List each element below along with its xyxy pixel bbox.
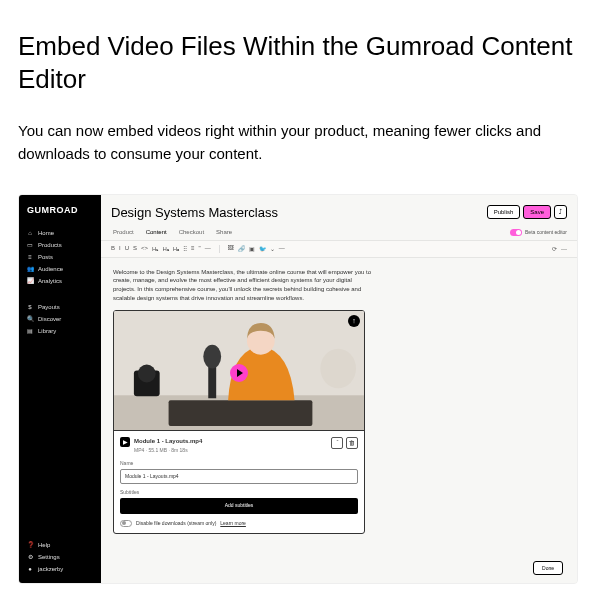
underline-button[interactable]: U xyxy=(125,245,129,252)
svg-point-8 xyxy=(320,349,356,389)
video-name-input[interactable]: Module 1 - Layouts.mp4 xyxy=(120,469,358,484)
sidebar-item-payouts[interactable]: $Payouts xyxy=(19,301,101,313)
sidebar-item-user[interactable]: ●jackzerby xyxy=(19,563,101,575)
strike-button[interactable]: S xyxy=(133,245,137,252)
italic-button[interactable]: I xyxy=(119,245,121,252)
main-header: Design Systems Masterclass Publish Save … xyxy=(101,195,577,226)
sidebar-item-products[interactable]: ▭Products xyxy=(19,239,101,251)
nav-primary: ⌂Home ▭Products ≡Posts 👥Audience 📈Analyt… xyxy=(19,225,101,289)
sidebar-item-label: Settings xyxy=(38,554,60,560)
video-filename: Module 1 - Layouts.mp4 xyxy=(134,437,202,446)
publish-button[interactable]: Publish xyxy=(487,205,521,219)
code-button[interactable]: <> xyxy=(141,245,148,252)
h2-button[interactable]: H₂ xyxy=(162,245,168,252)
twitter-button[interactable]: 🐦 xyxy=(259,245,266,252)
sidebar-item-settings[interactable]: ⚙Settings xyxy=(19,551,101,563)
embed-button[interactable]: ▣ xyxy=(249,245,255,252)
article-body: You can now embed videos right within yo… xyxy=(18,119,582,166)
beta-toggle[interactable] xyxy=(510,229,522,236)
quote-button[interactable]: " xyxy=(199,245,201,252)
subtitles-label: Subtitles xyxy=(120,489,358,496)
h3-button[interactable]: H₃ xyxy=(173,245,179,252)
learn-more-link[interactable]: Learn more xyxy=(220,520,246,527)
hr-button[interactable]: — xyxy=(205,245,211,252)
h1-button[interactable]: H₁ xyxy=(152,245,158,252)
sidebar-item-analytics[interactable]: 📈Analytics xyxy=(19,275,101,287)
sidebar-item-label: Analytics xyxy=(38,278,62,284)
ordered-list-button[interactable]: ≡ xyxy=(191,245,195,252)
disable-download-toggle[interactable] xyxy=(120,520,132,527)
header-actions: Publish Save ⤴ xyxy=(487,205,567,219)
export-button[interactable]: ⤴ xyxy=(554,205,567,219)
sidebar-item-label: Posts xyxy=(38,254,53,260)
home-icon: ⌂ xyxy=(27,230,33,236)
page-title: Design Systems Masterclass xyxy=(111,205,278,220)
sidebar-item-audience[interactable]: 👥Audience xyxy=(19,263,101,275)
sidebar-item-label: Discover xyxy=(38,316,61,322)
library-icon: ▤ xyxy=(27,328,33,334)
posts-icon: ≡ xyxy=(27,254,33,260)
video-embed-card: ↑ ▶ Module 1 - Layouts.mp4 MP4 · 55.1 MB… xyxy=(113,310,365,534)
svg-point-6 xyxy=(203,345,221,369)
audience-icon: 👥 xyxy=(27,266,33,272)
logo: GUMROAD xyxy=(19,203,101,225)
image-button[interactable]: 🖼 xyxy=(228,245,234,252)
avatar-icon: ● xyxy=(27,566,33,572)
video-meta: ▶ Module 1 - Layouts.mp4 MP4 · 55.1 MB ·… xyxy=(114,431,364,533)
sidebar-item-label: jackzerby xyxy=(38,566,63,572)
list-button[interactable]: ⠿ xyxy=(183,245,187,252)
sidebar: GUMROAD ⌂Home ▭Products ≡Posts 👥Audience… xyxy=(19,195,101,583)
editor-toolbar: B I U S <> H₁ H₂ H₃ ⠿ ≡ " — 🖼 🔗 ▣ 🐦 ⌄ — xyxy=(101,240,577,258)
collapse-button[interactable]: ˄ xyxy=(331,437,343,449)
sidebar-item-library[interactable]: ▤Library xyxy=(19,325,101,337)
undo-button[interactable]: ⟳ xyxy=(552,245,557,252)
discover-icon: 🔍 xyxy=(27,316,33,322)
add-subtitles-button[interactable]: Add subtitles xyxy=(120,498,358,513)
app-screenshot: GUMROAD ⌂Home ▭Products ≡Posts 👥Audience… xyxy=(18,194,578,584)
intro-text: Welcome to the Design Systems Masterclas… xyxy=(113,268,373,303)
analytics-icon: 📈 xyxy=(27,278,33,284)
play-button[interactable] xyxy=(230,364,248,382)
sidebar-item-label: Library xyxy=(38,328,56,334)
svg-rect-2 xyxy=(169,401,313,427)
sidebar-item-discover[interactable]: 🔍Discover xyxy=(19,313,101,325)
sidebar-item-posts[interactable]: ≡Posts xyxy=(19,251,101,263)
main: Design Systems Masterclass Publish Save … xyxy=(101,195,577,583)
divider-button[interactable]: — xyxy=(279,245,285,252)
nav-secondary: $Payouts 🔍Discover ▤Library xyxy=(19,299,101,339)
video-thumbnail[interactable]: ↑ xyxy=(114,311,364,431)
products-icon: ▭ xyxy=(27,242,33,248)
video-file-icon: ▶ xyxy=(120,437,130,447)
sidebar-item-home[interactable]: ⌂Home xyxy=(19,227,101,239)
bold-button[interactable]: B xyxy=(111,245,115,252)
sidebar-item-label: Home xyxy=(38,230,54,236)
video-file-meta: MP4 · 55.1 MB · 8m 18s xyxy=(134,447,188,453)
sidebar-item-label: Products xyxy=(38,242,62,248)
delete-button[interactable]: 🗑 xyxy=(346,437,358,449)
content-area[interactable]: Welcome to the Design Systems Masterclas… xyxy=(101,258,577,544)
name-label: Name xyxy=(120,460,358,467)
done-button[interactable]: Done xyxy=(533,561,563,575)
sidebar-item-help[interactable]: ❓Help xyxy=(19,539,101,551)
save-button[interactable]: Save xyxy=(523,205,551,219)
sidebar-item-label: Payouts xyxy=(38,304,60,310)
beta-label: Beta content editor xyxy=(525,229,567,235)
beta-toggle-row: Beta content editor xyxy=(101,229,577,240)
article-title: Embed Video Files Within the Gumroad Con… xyxy=(18,30,582,95)
sidebar-item-label: Help xyxy=(38,542,50,548)
settings-icon: ⚙ xyxy=(27,554,33,560)
svg-point-4 xyxy=(138,365,156,383)
dropdown-button[interactable]: ⌄ xyxy=(270,245,275,252)
payouts-icon: $ xyxy=(27,304,33,310)
help-icon: ❓ xyxy=(27,542,33,548)
nav-footer: ❓Help ⚙Settings ●jackzerby xyxy=(19,537,101,577)
sidebar-item-label: Audience xyxy=(38,266,63,272)
link-button[interactable]: 🔗 xyxy=(238,245,245,252)
disable-download-label: Disable file downloads (stream only) xyxy=(136,520,216,527)
more-button[interactable]: ⋯ xyxy=(561,245,567,252)
content-wrap: Welcome to the Design Systems Masterclas… xyxy=(101,258,577,583)
